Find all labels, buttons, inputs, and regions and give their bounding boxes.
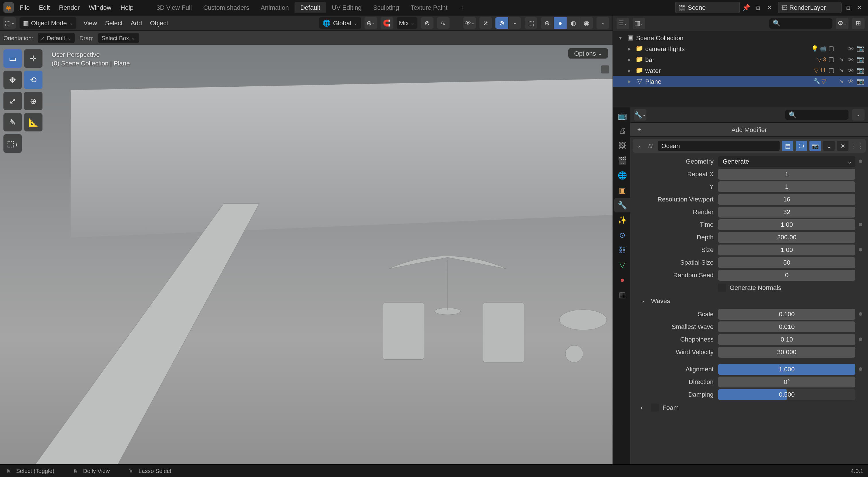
- xray-button[interactable]: ⬚: [525, 17, 537, 29]
- foam-subpanel-header[interactable]: ›Foam: [632, 401, 866, 414]
- outliner-search[interactable]: 🔍: [769, 18, 832, 28]
- wind-velocity-field[interactable]: 30.000: [718, 346, 856, 357]
- prop-tab-data[interactable]: ▽: [614, 258, 630, 272]
- viewport-menu-view[interactable]: View: [80, 18, 100, 28]
- tool-cursor[interactable]: ✛: [24, 50, 42, 68]
- tool-move[interactable]: ✥: [3, 71, 22, 89]
- outliner-filter-button[interactable]: ⚙⌄: [836, 18, 848, 29]
- scale-field[interactable]: 0.100: [718, 309, 856, 319]
- prop-tab-physics[interactable]: ⊙: [614, 228, 630, 242]
- modifier-render-toggle[interactable]: 📷: [809, 140, 821, 151]
- tool-annotate[interactable]: ✎: [3, 113, 22, 131]
- workspace-tab[interactable]: Default: [294, 2, 326, 13]
- shading-dropdown[interactable]: ⌄: [596, 17, 609, 29]
- repeat-x-field[interactable]: 1: [718, 168, 856, 179]
- modifier-delete-button[interactable]: ✕: [837, 140, 848, 151]
- smallest-wave-field[interactable]: 0.010: [718, 321, 856, 332]
- modifier-collapse-icon[interactable]: ⌄: [635, 143, 643, 149]
- scene-field[interactable]: 🎬: [675, 2, 740, 13]
- pin-scene-button[interactable]: 📌: [741, 2, 751, 12]
- prop-tab-constraints[interactable]: ⛓: [614, 243, 630, 257]
- drag-dropdown[interactable]: Select Box⌄: [98, 33, 139, 43]
- anim-dot[interactable]: [859, 312, 862, 316]
- outliner-item[interactable]: ▸📁bar▽3▢↘👁📷: [613, 54, 868, 65]
- shading-material[interactable]: ◐: [567, 17, 580, 29]
- properties-search[interactable]: 🔍: [785, 109, 848, 120]
- prop-tab-material[interactable]: ●: [614, 273, 630, 287]
- tool-add[interactable]: ⬚₊: [3, 134, 22, 153]
- workspace-tab[interactable]: UV Editing: [326, 2, 367, 13]
- alignment-slider[interactable]: 1.000: [718, 363, 856, 375]
- viewport-menu-object[interactable]: Object: [146, 18, 172, 28]
- tool-measure[interactable]: 📐: [24, 113, 42, 131]
- shading-wireframe[interactable]: ⊕: [541, 17, 553, 29]
- workspace-tab[interactable]: Custom!shaders: [197, 2, 255, 13]
- renderlayer-field[interactable]: 🖼: [778, 2, 842, 13]
- workspace-tab[interactable]: 3D View Full: [151, 2, 197, 13]
- geometry-dropdown[interactable]: Generate: [718, 156, 856, 167]
- outliner-display-mode[interactable]: ▥⌄: [632, 18, 645, 29]
- tool-transform[interactable]: ⊕: [24, 92, 42, 110]
- choppiness-field[interactable]: 0.10: [718, 334, 856, 345]
- workspace-tab[interactable]: Animation: [255, 2, 294, 13]
- transform-orientation-dropdown[interactable]: ⟀ Default⌄: [38, 33, 74, 43]
- properties-type-button[interactable]: 🔧⌄: [634, 109, 646, 121]
- shading-rendered[interactable]: ◉: [580, 17, 593, 29]
- foam-checkbox[interactable]: [651, 404, 659, 412]
- menu-help[interactable]: Help: [116, 2, 138, 13]
- overlays-toggle[interactable]: ⊚: [495, 17, 508, 29]
- copy-renderlayer-button[interactable]: ⧉: [843, 2, 853, 12]
- delete-scene-button[interactable]: ✕: [764, 2, 774, 12]
- viewport-collapse-icon[interactable]: [601, 65, 609, 73]
- menu-file[interactable]: File: [15, 2, 34, 13]
- menu-render[interactable]: Render: [54, 2, 84, 13]
- anim-dot[interactable]: [859, 248, 862, 251]
- generate-normals-checkbox[interactable]: [718, 284, 726, 292]
- outliner-item[interactable]: ▸📁water▽11▢↘👁📷: [613, 65, 868, 76]
- random-seed-field[interactable]: 0: [718, 269, 856, 280]
- menu-window[interactable]: Window: [84, 2, 116, 13]
- modifier-extra-dropdown[interactable]: ⌄: [823, 140, 835, 151]
- depth-field[interactable]: 200.00: [718, 232, 856, 243]
- outliner-item[interactable]: ▸📁camera+lights💡📹▢👁📷: [613, 43, 868, 54]
- tool-scale[interactable]: ⤢: [3, 92, 22, 110]
- mode-dropdown[interactable]: ▦ Object Mode ⌄: [20, 17, 76, 29]
- prop-tab-render[interactable]: 📺: [614, 108, 630, 123]
- direction-field[interactable]: 0°: [718, 376, 856, 387]
- prop-tab-texture[interactable]: ▦: [614, 288, 630, 302]
- viewport-3d[interactable]: User Perspective (0) Scene Collection | …: [0, 45, 613, 465]
- renderlayer-input[interactable]: [789, 4, 838, 11]
- time-field[interactable]: 1.00: [718, 219, 856, 230]
- res-viewport-field[interactable]: 16: [718, 194, 856, 204]
- prop-tab-viewlayer[interactable]: 🖼: [614, 138, 630, 153]
- expand-icon[interactable]: ▸: [626, 45, 634, 52]
- menu-edit[interactable]: Edit: [34, 2, 54, 13]
- damping-slider[interactable]: 0.500: [718, 389, 856, 400]
- res-render-field[interactable]: 32: [718, 206, 856, 217]
- outliner-item[interactable]: ▸▽Plane🔧▽↘👁📷: [613, 76, 868, 87]
- modifier-name-input[interactable]: [658, 140, 780, 151]
- outliner-root[interactable]: ▾▣Scene Collection: [613, 32, 868, 43]
- modifier-drag-icon[interactable]: ⋮⋮: [851, 142, 863, 150]
- prop-tab-output[interactable]: 🖨: [614, 123, 630, 138]
- modifier-realtime-toggle[interactable]: 🖵: [796, 140, 807, 151]
- prop-tab-scene[interactable]: 🎬: [614, 153, 630, 168]
- prop-tab-particles[interactable]: ✨: [614, 213, 630, 227]
- tool-rotate[interactable]: ⟲: [24, 71, 42, 89]
- expand-icon[interactable]: ▸: [626, 67, 634, 73]
- prop-tab-object[interactable]: ▣: [614, 183, 630, 197]
- prop-tab-world[interactable]: 🌐: [614, 168, 630, 183]
- anim-dot[interactable]: [859, 338, 862, 341]
- proportional-edit-button[interactable]: ⊚: [421, 17, 433, 29]
- expand-icon[interactable]: ▸: [626, 78, 634, 84]
- size-field[interactable]: 1.00: [718, 244, 856, 255]
- repeat-y-field[interactable]: 1: [718, 181, 856, 192]
- overlays-dropdown[interactable]: ⌄: [508, 17, 521, 29]
- viewport-options-button[interactable]: Options⌄: [568, 48, 608, 59]
- snap-button[interactable]: 🧲: [381, 17, 393, 29]
- add-modifier-button[interactable]: ＋ Add Modifier: [630, 123, 868, 137]
- workspace-tab[interactable]: Texture Paint: [405, 2, 453, 13]
- expand-icon[interactable]: ▸: [626, 57, 634, 62]
- orientation-dropdown[interactable]: 🌐 Global ⌄: [319, 17, 361, 29]
- outliner-new-collection[interactable]: ⊞: [852, 18, 865, 29]
